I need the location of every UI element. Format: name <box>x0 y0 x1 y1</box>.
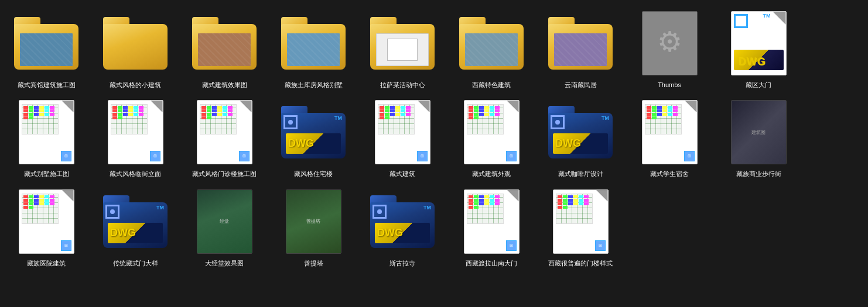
file-label-item-9: 藏区大门 <box>746 81 771 89</box>
file-label-item-23: 斯古拉寺 <box>389 259 415 267</box>
file-icon-item-7 <box>545 8 616 78</box>
file-item-item-25[interactable]: ⊞ 西藏很普遍的门楼样式 <box>537 184 624 270</box>
file-icon-item-11: ⊞ <box>100 97 170 167</box>
file-item-item-12[interactable]: ⊞ 藏式风格门诊楼施工图 <box>181 95 268 180</box>
file-icon-item-9: TM DWG <box>723 8 794 78</box>
file-label-item-2: 藏式风格的小建筑 <box>110 81 161 89</box>
file-item-item-5[interactable]: 拉萨某活动中心 <box>359 6 446 91</box>
file-icon-item-2 <box>100 8 170 78</box>
file-item-item-7[interactable]: 云南藏民居 <box>537 6 624 91</box>
file-item-item-18[interactable]: 建筑图 藏族商业步行街 <box>715 95 802 180</box>
file-item-item-24[interactable]: ⊞ 西藏渡拉山南大门 <box>448 184 535 270</box>
file-icon-item-23: TM DWG <box>367 187 438 257</box>
file-icon-item-14: ⊞ <box>367 97 438 167</box>
file-item-item-16[interactable]: TM DWG 藏式咖啡厅设计 <box>537 95 624 180</box>
file-icon-item-10: ⊞ <box>11 97 81 167</box>
file-icon-item-1 <box>11 8 81 78</box>
file-icon-item-22: 善提塔 <box>278 187 348 257</box>
file-item-item-9[interactable]: TM DWG 藏区大门 <box>715 6 802 91</box>
file-item-item-22[interactable]: 善提塔 善提塔 <box>270 184 357 270</box>
file-label-item-15: 藏式建筑外观 <box>472 170 511 178</box>
file-label-item-20: 传统藏式门大样 <box>113 259 158 267</box>
file-icon-item-21: 经堂 <box>189 187 259 257</box>
file-label-item-12: 藏式风格门诊楼施工图 <box>192 170 257 178</box>
file-label-item-16: 藏式咖啡厅设计 <box>558 170 603 178</box>
file-item-item-23[interactable]: TM DWG 斯古拉寺 <box>359 184 446 270</box>
file-label-item-11: 藏式风格临街立面 <box>110 170 161 178</box>
file-item-item-10[interactable]: ⊞ 藏式别墅施工图 <box>3 95 90 180</box>
file-item-item-13[interactable]: TM DWG 藏风格住宅楼 <box>270 95 357 180</box>
file-icon-item-20: TM DWG <box>100 187 170 257</box>
file-icon-item-19: ⊞ <box>11 187 81 257</box>
file-label-item-6: 西藏特色建筑 <box>472 81 511 89</box>
file-grid: 藏式宾馆建筑施工图 藏式风格的小建筑 藏 <box>0 0 868 275</box>
file-label-item-13: 藏风格住宅楼 <box>294 170 333 178</box>
file-label-item-22: 善提塔 <box>304 259 323 267</box>
file-icon-item-5 <box>367 8 438 78</box>
file-icon-item-3 <box>189 8 259 78</box>
file-icon-item-13: TM DWG <box>278 97 348 167</box>
file-icon-item-15: ⊞ <box>456 97 527 167</box>
file-label-item-5: 拉萨某活动中心 <box>380 81 425 89</box>
file-label-item-10: 藏式别墅施工图 <box>24 170 69 178</box>
file-item-item-17[interactable]: ⊞ 藏式学生宿舍 <box>626 95 713 180</box>
file-icon-item-6 <box>456 8 527 78</box>
file-icon-item-12: ⊞ <box>189 97 259 167</box>
file-label-item-3: 藏式建筑效果图 <box>202 81 247 89</box>
file-item-item-11[interactable]: ⊞ 藏式风格临街立面 <box>92 95 179 180</box>
file-item-item-1[interactable]: 藏式宾馆建筑施工图 <box>3 6 90 91</box>
file-item-item-3[interactable]: 藏式建筑效果图 <box>181 6 268 91</box>
file-icon-item-18: 建筑图 <box>723 97 794 167</box>
file-icon-item-24: ⊞ <box>456 187 527 257</box>
file-label-item-7: 云南藏民居 <box>565 81 597 89</box>
file-label-item-24: 西藏渡拉山南大门 <box>466 259 517 267</box>
file-icon-item-4 <box>278 8 348 78</box>
file-icon-item-25: ⊞ <box>545 187 616 257</box>
file-item-item-20[interactable]: TM DWG 传统藏式门大样 <box>92 184 179 270</box>
file-label-item-18: 藏族商业步行街 <box>736 170 781 178</box>
file-label-item-1: 藏式宾馆建筑施工图 <box>18 81 76 89</box>
file-label-item-17: 藏式学生宿舍 <box>650 170 689 178</box>
file-item-item-19[interactable]: ⊞ 藏族医院建筑 <box>3 184 90 270</box>
file-label-item-4: 藏族土库房风格别墅 <box>285 81 343 89</box>
file-icon-item-17: ⊞ <box>634 97 705 167</box>
file-item-item-2[interactable]: 藏式风格的小建筑 <box>92 6 179 91</box>
file-label-item-14: 藏式建筑 <box>389 170 415 178</box>
file-icon-item-8: ⚙ <box>634 8 705 78</box>
file-label-item-8: Thumbs <box>658 81 681 89</box>
file-item-item-4[interactable]: 藏族土库房风格别墅 <box>270 6 357 91</box>
file-label-item-19: 藏族医院建筑 <box>27 259 66 267</box>
file-item-item-15[interactable]: ⊞ 藏式建筑外观 <box>448 95 535 180</box>
file-item-item-21[interactable]: 经堂 大经堂效果图 <box>181 184 268 270</box>
file-item-item-14[interactable]: ⊞ 藏式建筑 <box>359 95 446 180</box>
file-label-item-21: 大经堂效果图 <box>205 259 244 267</box>
file-item-item-6[interactable]: 西藏特色建筑 <box>448 6 535 91</box>
file-item-item-8[interactable]: ⚙ Thumbs <box>626 6 713 91</box>
file-label-item-25: 西藏很普遍的门楼样式 <box>548 259 613 267</box>
file-icon-item-16: TM DWG <box>545 97 616 167</box>
